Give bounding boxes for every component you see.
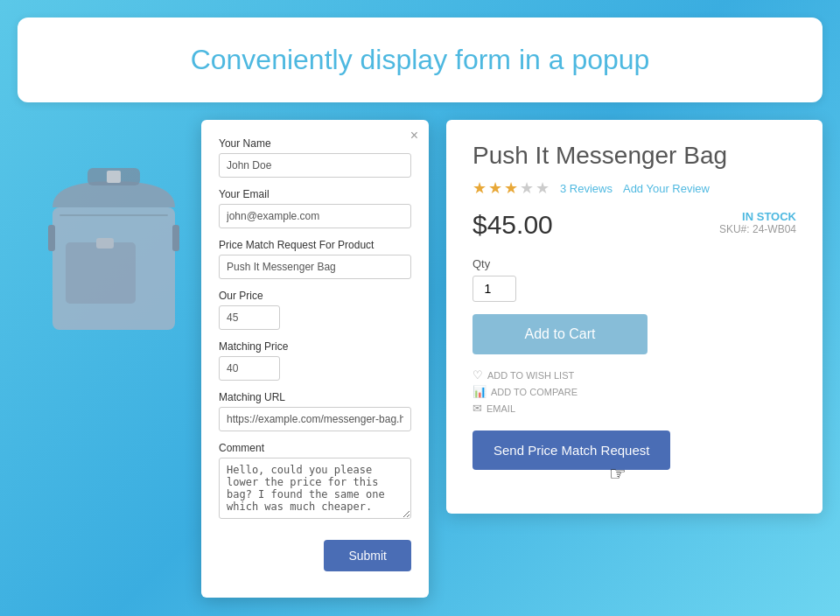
add-to-cart-row: Add to Cart	[472, 314, 796, 368]
cursor-icon: ☞	[609, 463, 626, 486]
qty-input[interactable]	[472, 276, 516, 302]
submit-row: Submit	[219, 533, 411, 580]
product-name-label: Price Match Request For Product	[219, 239, 411, 251]
matching-price-group: Matching Price	[219, 340, 411, 381]
stock-sku: IN STOCK SKU#: 24-WB04	[719, 210, 796, 235]
review-count[interactable]: 3 Reviews	[560, 182, 612, 195]
qty-label: Qty	[472, 257, 796, 270]
submit-button[interactable]: Submit	[324, 540, 411, 571]
comment-textarea[interactable]	[219, 458, 411, 519]
comment-label: Comment	[219, 442, 411, 454]
your-name-label: Your Name	[219, 137, 411, 150]
chart-icon: 📊	[472, 385, 486, 398]
comment-group: Comment	[219, 442, 411, 522]
svg-rect-2	[107, 171, 121, 183]
svg-rect-6	[172, 225, 179, 251]
star-rating: ★ ★ ★ ★ ★	[472, 178, 550, 198]
send-price-match-button[interactable]: Send Price Match Request	[472, 430, 670, 470]
reviews-row: ★ ★ ★ ★ ★ 3 Reviews Add Your Review	[472, 178, 796, 198]
star-3: ★	[504, 178, 518, 198]
your-email-label: Your Email	[219, 188, 411, 200]
svg-rect-3	[66, 242, 136, 304]
product-image	[35, 155, 192, 347]
matching-price-label: Matching Price	[219, 340, 411, 353]
our-price-label: Our Price	[219, 290, 411, 302]
add-to-cart-button[interactable]: Add to Cart	[472, 314, 648, 354]
sku-label: SKU#:	[719, 223, 750, 235]
product-name-input[interactable]	[219, 255, 411, 279]
qty-section: Qty	[472, 257, 796, 302]
svg-rect-7	[60, 214, 168, 216]
star-2: ★	[488, 178, 502, 198]
main-content: × Your Name Your Email Price Match Reque…	[18, 120, 822, 598]
top-banner: Conveniently display form in a popup	[18, 18, 822, 102]
your-name-group: Your Name	[219, 137, 411, 178]
matching-url-label: Matching URL	[219, 391, 411, 403]
your-email-input[interactable]	[219, 204, 411, 228]
wishlist-link[interactable]: ♡ ADD TO WISH LIST	[472, 368, 796, 382]
star-4: ★	[520, 178, 534, 198]
star-5: ★	[536, 178, 550, 198]
heart-icon: ♡	[472, 368, 483, 382]
in-stock-badge: IN STOCK	[719, 210, 796, 223]
your-email-group: Your Email	[219, 188, 411, 228]
compare-label: ADD TO COMPARE	[491, 387, 578, 397]
wishlist-label: ADD TO WISH LIST	[487, 370, 574, 381]
sku-value: 24-WB04	[752, 223, 796, 235]
product-title: Push It Messenger Bag	[472, 142, 796, 170]
add-review-link[interactable]: Add Your Review	[623, 182, 710, 195]
email-icon: ✉	[472, 402, 482, 415]
your-name-input[interactable]	[219, 153, 411, 178]
email-label: EMAIL	[486, 403, 515, 414]
matching-url-group: Matching URL	[219, 391, 411, 431]
price-row: $45.00 IN STOCK SKU#: 24-WB04	[472, 210, 796, 240]
matching-url-input[interactable]	[219, 407, 411, 431]
product-price: $45.00	[472, 210, 553, 240]
product-panel: Push It Messenger Bag ★ ★ ★ ★ ★ 3 Review…	[446, 120, 822, 514]
product-sku: SKU#: 24-WB04	[719, 223, 796, 235]
close-button[interactable]: ×	[410, 129, 418, 143]
product-image-area	[18, 120, 210, 382]
matching-price-input[interactable]	[219, 356, 280, 381]
send-price-match-wrapper: Send Price Match Request ☞	[472, 430, 670, 470]
our-price-input[interactable]	[219, 305, 280, 330]
star-1: ★	[472, 178, 486, 198]
svg-rect-5	[48, 225, 55, 251]
page-title: Conveniently display form in a popup	[35, 44, 805, 76]
compare-link[interactable]: 📊 ADD TO COMPARE	[472, 385, 796, 398]
email-link[interactable]: ✉ EMAIL	[472, 402, 796, 415]
our-price-group: Our Price	[219, 290, 411, 330]
svg-rect-4	[96, 238, 114, 248]
popup-form: × Your Name Your Email Price Match Reque…	[201, 120, 429, 598]
product-name-group: Price Match Request For Product	[219, 239, 411, 279]
action-links: ♡ ADD TO WISH LIST 📊 ADD TO COMPARE ✉ EM…	[472, 368, 796, 415]
